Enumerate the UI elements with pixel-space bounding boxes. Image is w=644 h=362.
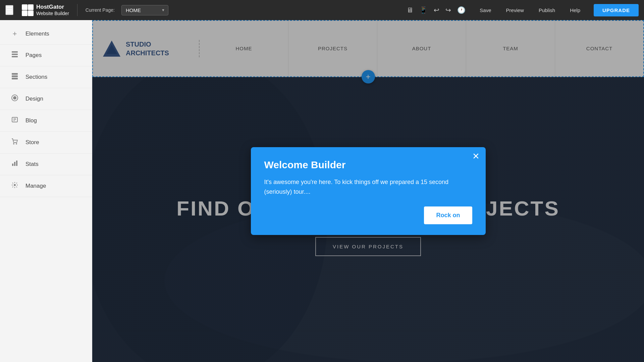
svg-point-21	[14, 184, 16, 186]
page-select-wrap: HOME ABOUT PROJECTS TEAM CONTACT	[121, 5, 168, 15]
sidebar-label-elements: Elements	[25, 31, 49, 37]
sidebar-label-blog: Blog	[25, 117, 37, 124]
sidebar-item-elements[interactable]: + Elements	[0, 23, 92, 45]
sections-icon	[10, 72, 19, 82]
modal-overlay[interactable]: ✕ Welcome Builder It's awesome you're he…	[92, 20, 644, 362]
sidebar-label-manage: Manage	[25, 183, 46, 189]
current-page-label: Current Page:	[86, 7, 115, 13]
sidebar-label-store: Store	[25, 139, 39, 146]
topbar: ☰ HostGator Website Builder Current Page…	[0, 0, 644, 20]
plus-icon: +	[10, 29, 19, 38]
svg-point-17	[16, 143, 17, 144]
svg-rect-3	[28, 10, 34, 16]
hostgator-logo-icon	[21, 4, 34, 16]
modal-body: It's awesome you're here. To kick things…	[264, 177, 472, 197]
sidebar: + Elements Pages Sections Design Blog St…	[0, 20, 92, 362]
svg-rect-19	[14, 162, 15, 166]
pages-icon	[10, 51, 19, 60]
stats-icon	[10, 160, 19, 169]
modal-close-button[interactable]: ✕	[472, 152, 480, 161]
svg-rect-4	[12, 51, 18, 53]
svg-rect-2	[22, 10, 28, 16]
svg-rect-0	[22, 4, 28, 10]
redo-button[interactable]: ↪	[445, 6, 451, 14]
modal-title: Welcome Builder	[264, 159, 472, 171]
svg-point-11	[13, 96, 16, 100]
canvas-area: STUDIO ARCHITECTS HOME PROJECTS ABOUT TE…	[92, 20, 644, 362]
sidebar-item-stats[interactable]: Stats	[0, 154, 92, 175]
topbar-divider	[77, 4, 77, 16]
svg-rect-5	[12, 54, 18, 55]
help-button[interactable]: Help	[565, 5, 585, 15]
undo-button[interactable]: ↩	[434, 6, 439, 14]
manage-icon	[10, 181, 19, 191]
rock-on-button[interactable]: Rock on	[424, 206, 472, 224]
sidebar-item-design[interactable]: Design	[0, 88, 92, 110]
sidebar-item-sections[interactable]: Sections	[0, 66, 92, 88]
svg-rect-20	[16, 161, 17, 166]
sidebar-label-pages: Pages	[25, 52, 42, 59]
sidebar-item-blog[interactable]: Blog	[0, 110, 92, 132]
design-icon	[10, 94, 19, 104]
welcome-modal: ✕ Welcome Builder It's awesome you're he…	[251, 147, 486, 235]
sidebar-label-design: Design	[25, 96, 43, 102]
topbar-device-icons: 🖥 📱 ↩ ↪ 🕐	[407, 6, 466, 14]
history-button[interactable]: 🕐	[457, 6, 466, 14]
sidebar-item-manage[interactable]: Manage	[0, 175, 92, 197]
svg-rect-8	[12, 75, 18, 77]
svg-point-16	[13, 143, 14, 144]
hamburger-menu-button[interactable]: ☰	[5, 5, 13, 15]
mobile-view-button[interactable]: 📱	[419, 6, 428, 14]
svg-rect-18	[12, 164, 13, 166]
publish-button[interactable]: Publish	[534, 5, 560, 15]
desktop-view-button[interactable]: 🖥	[407, 6, 413, 14]
sidebar-label-sections: Sections	[25, 74, 47, 80]
logo-area: HostGator Website Builder	[21, 4, 69, 16]
sidebar-item-store[interactable]: Store	[0, 132, 92, 154]
svg-rect-7	[12, 73, 18, 75]
blog-icon	[10, 116, 19, 125]
logo-text: HostGator Website Builder	[36, 4, 69, 16]
store-icon	[10, 138, 19, 147]
save-button[interactable]: Save	[475, 5, 496, 15]
svg-rect-1	[28, 4, 34, 10]
sidebar-item-pages[interactable]: Pages	[0, 45, 92, 66]
modal-footer: Rock on	[264, 206, 472, 224]
website-preview: STUDIO ARCHITECTS HOME PROJECTS ABOUT TE…	[92, 20, 644, 362]
svg-rect-6	[12, 56, 18, 57]
svg-rect-9	[12, 78, 18, 79]
preview-button[interactable]: Preview	[501, 5, 529, 15]
sidebar-label-stats: Stats	[25, 161, 39, 168]
page-select[interactable]: HOME ABOUT PROJECTS TEAM CONTACT	[121, 5, 168, 15]
upgrade-button[interactable]: UPGRADE	[594, 4, 639, 16]
